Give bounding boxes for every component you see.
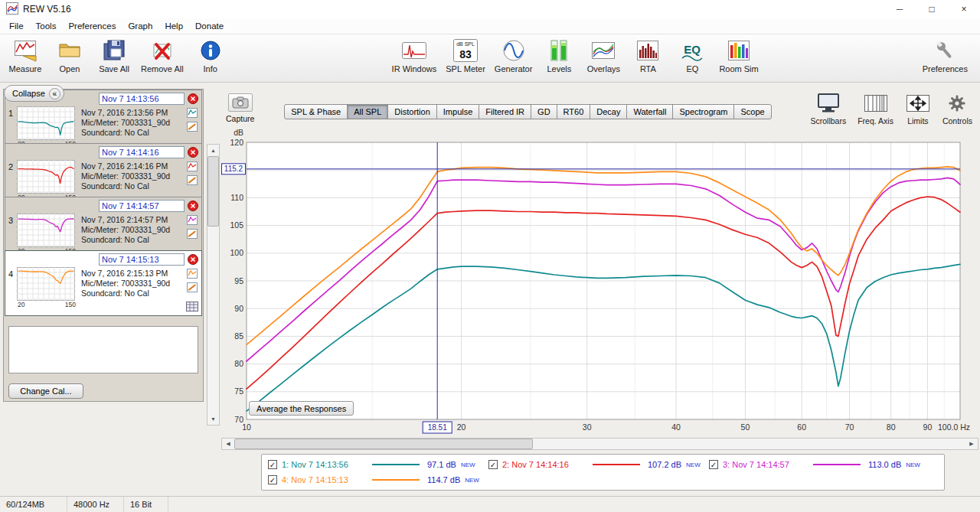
toolbar-button-info[interactable]: Info <box>193 38 228 73</box>
legend-entry-3: ✓3: Nov 7 14:14:57113.0 dBNEW <box>709 460 929 469</box>
toolbar-button-remove-all[interactable]: Remove All <box>141 38 184 73</box>
sidebar-scrollbar[interactable]: ▲ ▼ <box>207 144 220 426</box>
tool-scrollbars[interactable]: Scrollbars <box>811 90 847 126</box>
tab-decay[interactable]: Decay <box>590 104 627 119</box>
notes-box[interactable] <box>8 326 198 373</box>
remove-all-label: Remove All <box>141 64 184 73</box>
minimize-button[interactable]: ─ <box>884 0 916 18</box>
change-cal-button[interactable]: Change Cal... <box>8 383 83 399</box>
statusbar: 60/124MB48000 Hz16 Bit <box>0 496 980 512</box>
legend-checkbox[interactable]: ✓ <box>488 460 498 469</box>
toolbar-button-levels[interactable]: Levels <box>541 38 577 73</box>
save-all-icon <box>103 38 126 63</box>
scroll-left-arrow-icon[interactable]: ◀ <box>222 439 234 449</box>
toolbar-button-room-sim[interactable]: Room Sim <box>719 38 758 73</box>
rta-label: RTA <box>640 64 656 73</box>
tab-filtered-ir[interactable]: Filtered IR <box>479 104 531 119</box>
tool-freq-axis[interactable]: Freq. Axis <box>858 90 893 126</box>
legend-line-sample <box>372 464 420 465</box>
cal-icon[interactable] <box>187 175 200 187</box>
cursor-y-readout: 115.2 <box>222 164 246 174</box>
close-button[interactable]: × <box>948 0 980 18</box>
capture-button[interactable]: Capture <box>226 93 254 123</box>
levels-icon <box>549 38 569 63</box>
scroll-down-arrow-icon[interactable]: ▼ <box>207 413 219 425</box>
toolbar-button-measure[interactable]: Measure <box>8 38 43 73</box>
measurement-soundcard: Soundcard: No Cal <box>81 235 187 245</box>
rta-icon <box>636 38 659 63</box>
trace-icon[interactable] <box>187 269 200 280</box>
menu-donate[interactable]: Donate <box>189 21 230 31</box>
chart-h-scrollbar[interactable]: ◀ ▶ <box>221 438 978 450</box>
toolbar-button-overlays[interactable]: Overlays <box>586 38 621 73</box>
measurement-thumbnail[interactable] <box>17 160 75 194</box>
menu-tools[interactable]: Tools <box>30 21 63 31</box>
measurement-name-input[interactable] <box>99 200 185 212</box>
toolbar-button-spl-meter[interactable]: dB SPL83SPL Meter <box>446 38 485 73</box>
tab-impulse[interactable]: Impulse <box>436 104 480 119</box>
menu-preferences[interactable]: Preferences <box>62 21 122 31</box>
toolbar-button-open[interactable]: Open <box>52 38 87 73</box>
menu-graph[interactable]: Graph <box>122 21 158 31</box>
status-bit-depth: 16 Bit <box>124 497 168 512</box>
toolbar-button-generator[interactable]: Generator <box>495 38 533 73</box>
menu-help[interactable]: Help <box>158 21 189 31</box>
remove-measurement-icon[interactable] <box>188 201 198 211</box>
measurement-name-input[interactable] <box>99 146 185 158</box>
trace-icon[interactable] <box>187 161 200 173</box>
toolbar-button-preferences[interactable]: Preferences <box>923 38 968 73</box>
tool-limits[interactable]: Limits <box>905 90 931 126</box>
scroll-up-arrow-icon[interactable]: ▲ <box>207 145 219 156</box>
measurement-thumbnail[interactable] <box>17 214 75 247</box>
measurement-thumbnail[interactable] <box>17 267 75 301</box>
toolbar-button-save-all[interactable]: Save All <box>96 38 132 73</box>
maximize-button[interactable]: □ <box>916 0 948 18</box>
trace-icon[interactable] <box>187 108 200 119</box>
legend-value: 107.2 dB <box>648 460 681 469</box>
toolbar-button-eq[interactable]: EQEQ <box>675 38 710 73</box>
meter-icon[interactable] <box>186 302 198 313</box>
tool-controls[interactable]: Controls <box>942 90 972 126</box>
remove-measurement-icon[interactable] <box>188 254 198 265</box>
trace-icon[interactable] <box>187 215 200 227</box>
measurement-name-input[interactable] <box>99 253 185 266</box>
tab-spectrogram[interactable]: Spectrogram <box>672 104 734 119</box>
measurement-thumbnail[interactable] <box>17 106 75 140</box>
measurement-name-input[interactable] <box>99 93 185 105</box>
remove-measurement-icon[interactable] <box>188 93 198 104</box>
scrollbar-track[interactable] <box>234 439 965 449</box>
legend-checkbox[interactable]: ✓ <box>268 460 277 469</box>
menu-file[interactable]: File <box>3 21 30 31</box>
controls-label: Controls <box>942 116 972 126</box>
status-memory: 60/124MB <box>0 497 67 512</box>
spl-chart[interactable]: dB70758085909510010511011512010203040506… <box>221 127 973 436</box>
rew-window: REW V5.16 ─ □ × FileToolsPreferencesGrap… <box>0 0 980 512</box>
measurement-datetime: Nov 7, 2016 2:14:16 PM <box>81 161 187 171</box>
graph-panel: Capture SPL & PhaseAll SPLDistortionImpu… <box>220 83 980 496</box>
cal-icon[interactable] <box>187 229 200 240</box>
legend-checkbox[interactable]: ✓ <box>709 460 718 469</box>
toolbar-button-rta[interactable]: RTA <box>630 38 665 73</box>
legend-checkbox[interactable]: ✓ <box>268 475 277 484</box>
tab-scope[interactable]: Scope <box>733 104 771 119</box>
tab-all-spl[interactable]: All SPL <box>347 104 388 119</box>
tab-spl-phase[interactable]: SPL & Phase <box>284 104 348 119</box>
legend-new-tag: NEW <box>906 461 920 468</box>
tab-rt60[interactable]: RT60 <box>557 104 591 119</box>
tab-gd[interactable]: GD <box>531 104 557 119</box>
tab-waterfall[interactable]: Waterfall <box>626 104 673 119</box>
scroll-right-arrow-icon[interactable]: ▶ <box>965 439 978 449</box>
measurement-card-4[interactable]: 420150Nov 7, 2016 2:15:13 PMMic/Meter: 7… <box>5 250 202 316</box>
scrollbar-track[interactable] <box>207 156 219 413</box>
cal-icon[interactable] <box>187 122 200 133</box>
cal-icon[interactable] <box>187 282 200 294</box>
scrollbar-thumb[interactable] <box>234 439 533 449</box>
legend-new-tag: NEW <box>686 461 701 468</box>
overlays-icon <box>591 38 616 63</box>
tab-distortion[interactable]: Distortion <box>387 104 436 119</box>
scrollbar-thumb[interactable] <box>207 156 219 227</box>
remove-measurement-icon[interactable] <box>188 147 198 158</box>
average-responses-button[interactable]: Average the Responses <box>249 401 354 416</box>
toolbar-button-ir-windows[interactable]: IR Windows <box>392 38 437 73</box>
collapse-button[interactable]: Collapse « <box>4 85 64 102</box>
